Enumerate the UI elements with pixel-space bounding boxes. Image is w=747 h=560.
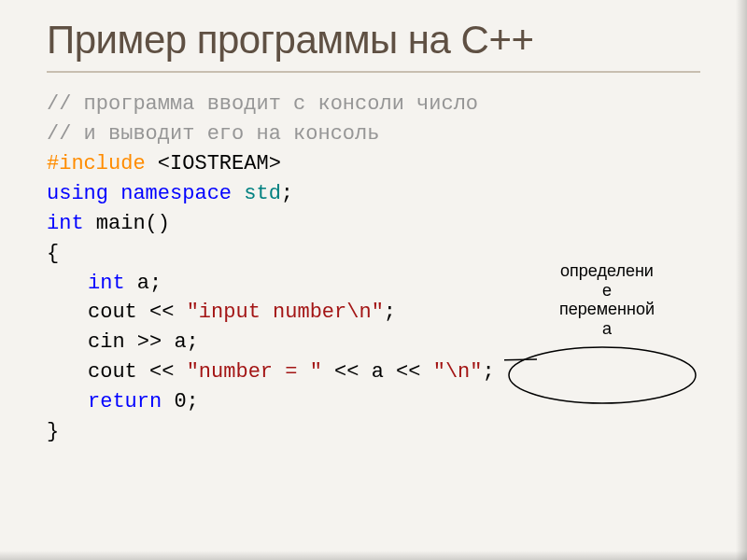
code-line-comment1: // программа вводит с консоли число — [47, 90, 700, 119]
semicolon: ; — [483, 360, 495, 384]
callout-line3: переменной — [559, 300, 655, 318]
semicolon: ; — [281, 182, 293, 205]
code-line-brace-close: } — [47, 417, 700, 447]
using-keyword: using — [47, 182, 108, 205]
callout-line2: е — [602, 281, 612, 300]
comment-text: // и выводит его на консоль — [47, 122, 379, 146]
return-keyword: return — [88, 390, 162, 413]
code-line-using: using namespace std; — [47, 179, 700, 209]
callout-line4: а — [602, 319, 612, 338]
code-line-include: #include <IOSTREAM> — [47, 149, 700, 179]
cout-operator: cout << — [88, 301, 187, 324]
callout-text: определени е переменной а — [504, 261, 710, 339]
svg-point-0 — [509, 347, 696, 403]
callout-annotation: определени е переменной а — [504, 261, 710, 412]
int-keyword: int — [88, 272, 125, 295]
slide-title: Пример программы на С++ — [47, 19, 700, 73]
string-literal: "number = " — [187, 360, 322, 384]
code-line-comment2: // и выводит его на консоль — [47, 119, 700, 149]
include-header: <IOSTREAM> — [146, 152, 281, 175]
namespace-keyword: namespace — [108, 182, 244, 205]
callout-line1: определени — [560, 261, 654, 280]
brace-open: { — [47, 242, 59, 265]
brace-close: } — [47, 420, 59, 443]
slide-container: Пример программы на С++ // программа вво… — [0, 0, 747, 560]
comment-text: // программа вводит с консоли число — [47, 92, 478, 116]
include-keyword: #include — [47, 152, 146, 175]
code-line-main: int main() — [47, 209, 700, 239]
main-identifier: main() — [84, 212, 170, 235]
cout-mid: << a << — [322, 360, 433, 384]
int-keyword: int — [47, 212, 84, 235]
shadow-edge-right — [736, 0, 747, 560]
decl-rest: a; — [125, 272, 162, 295]
std-identifier: std — [244, 182, 281, 205]
string-literal: "input number\n" — [187, 301, 384, 324]
cin-line: cin >> a; — [88, 330, 199, 354]
shadow-edge-bottom — [0, 551, 747, 560]
return-rest: 0; — [162, 390, 199, 413]
string-literal: "\n" — [433, 360, 483, 384]
semicolon: ; — [384, 301, 396, 324]
cout-operator: cout << — [88, 360, 187, 384]
callout-ellipse-icon — [504, 343, 700, 408]
